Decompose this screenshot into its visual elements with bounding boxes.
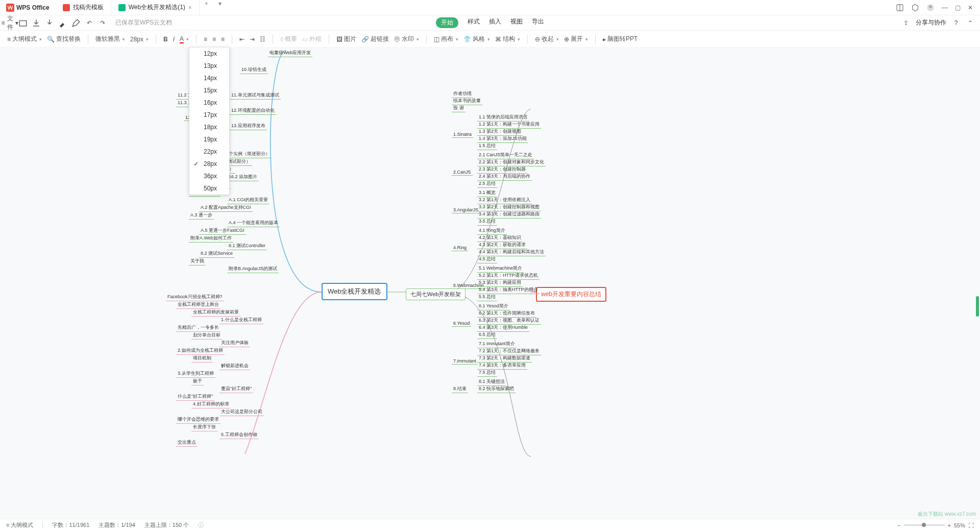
ribbon-insert[interactable]: 插入 bbox=[489, 17, 501, 28]
tab-document[interactable]: Web全栈开发精选(1) × bbox=[111, 0, 200, 15]
image-button[interactable]: 🖼 图片 bbox=[336, 35, 356, 43]
leaf-node[interactable]: 7.5 总结 bbox=[477, 369, 497, 377]
hyperlink-button[interactable]: 🔗 超链接 bbox=[361, 35, 389, 43]
ribbon-view[interactable]: 视图 bbox=[510, 17, 523, 28]
minimize-button[interactable]: — bbox=[942, 4, 948, 11]
outline-mode-button[interactable]: ≡ 大纲模式 bbox=[7, 35, 42, 43]
help-icon[interactable]: ? bbox=[951, 18, 961, 28]
font-size-option[interactable]: 17px bbox=[189, 109, 229, 121]
italic-button[interactable]: I bbox=[173, 36, 175, 43]
scrollbar-thumb[interactable] bbox=[976, 296, 979, 317]
find-replace-button[interactable]: 🔍查找替换 bbox=[47, 35, 81, 43]
leaf-node[interactable]: 3.从学生到工程师 bbox=[176, 370, 215, 378]
leaf-node[interactable]: A.1 CGI的相关背景 bbox=[227, 196, 270, 204]
tab-menu-button[interactable]: ▾ bbox=[213, 0, 227, 15]
leaf-node[interactable]: 8.1 测试Controller bbox=[227, 242, 267, 250]
leaf-node[interactable]: 致 谢 bbox=[452, 104, 465, 112]
pen-icon[interactable] bbox=[71, 18, 81, 28]
group-node[interactable]: 4.Ring bbox=[452, 245, 468, 251]
leaf-node[interactable]: 12.环境配置的自动化 bbox=[230, 107, 276, 115]
font-size-option[interactable]: 50px bbox=[189, 182, 229, 195]
font-size-option[interactable]: 16px bbox=[189, 96, 229, 109]
group-node[interactable]: 6.Yesod bbox=[452, 320, 471, 327]
leaf-node[interactable]: 解锁新进机会 bbox=[219, 362, 250, 370]
chevron-up-icon[interactable]: ⌃ bbox=[966, 18, 975, 28]
leaf-node[interactable]: A.4 一个能查看用的版本 bbox=[227, 219, 280, 227]
leaf-node[interactable]: 全栈工程师登上舞台 bbox=[176, 301, 220, 309]
open-icon[interactable] bbox=[18, 18, 28, 28]
leaf-node[interactable]: 哪个开会思维的要求 bbox=[176, 416, 220, 424]
leaf-node[interactable]: 5.5 总结 bbox=[477, 293, 497, 301]
group-node[interactable]: 3.AngularJS bbox=[452, 207, 480, 213]
download-icon[interactable] bbox=[32, 18, 41, 28]
leaf-node[interactable]: 10.珍惜生成 bbox=[240, 66, 268, 74]
font-family-select[interactable]: 微软雅黑 bbox=[95, 35, 125, 43]
group-node[interactable]: 7.Immutant bbox=[452, 358, 478, 365]
leaf-node[interactable]: 5.工程师会创作做 bbox=[219, 431, 259, 439]
font-size-option[interactable]: 19px bbox=[189, 133, 229, 146]
group-node[interactable]: 1.Sinatra bbox=[452, 131, 473, 138]
font-color-button[interactable]: A bbox=[180, 35, 189, 43]
leaf-node[interactable]: 先精后广，一专多长 bbox=[176, 324, 220, 332]
indent-out-icon[interactable]: ⇤ bbox=[239, 36, 244, 43]
leaf-node[interactable]: 8.2 快乐地探索吧 bbox=[477, 385, 516, 393]
leaf-node[interactable]: 项目机制 bbox=[191, 354, 213, 363]
brush-icon[interactable] bbox=[58, 18, 67, 28]
leaf-node[interactable]: 关于我 bbox=[189, 257, 206, 266]
ribbon-start[interactable]: 开始 bbox=[436, 17, 458, 28]
mind-to-ppt-button[interactable]: ▸ 脑图转PPT bbox=[603, 35, 638, 43]
group-node[interactable]: 8.结束 bbox=[452, 385, 468, 393]
tab-template[interactable]: 找稿壳模板 bbox=[56, 0, 111, 15]
leaf-node[interactable]: 划分单台目标 bbox=[191, 331, 222, 340]
frame-button[interactable]: ▭ 外框 bbox=[302, 35, 322, 43]
close-button[interactable]: ✕ bbox=[968, 4, 973, 11]
watermark-button[interactable]: ㊞ 水印 bbox=[394, 35, 419, 43]
leaf-node[interactable]: 长度序下张 bbox=[191, 423, 217, 431]
font-size-option[interactable]: 36px bbox=[189, 170, 229, 182]
indent-in-icon[interactable]: ⇥ bbox=[250, 36, 255, 43]
list-icon[interactable]: ☷ bbox=[260, 36, 265, 43]
close-tab-icon[interactable]: × bbox=[188, 4, 192, 11]
leaf-node[interactable]: 关注用户体验 bbox=[219, 339, 250, 347]
leaf-node[interactable]: Facebook只招全栈工程师? bbox=[166, 293, 224, 301]
leaf-node[interactable]: 11.单元测试与集成测试 bbox=[230, 91, 281, 100]
summary-button[interactable]: ◊ 概要 bbox=[280, 35, 297, 43]
font-size-option[interactable]: 22px bbox=[189, 146, 229, 158]
leaf-node[interactable]: 重温"好工程师" bbox=[219, 385, 253, 393]
leaf-node[interactable]: 2.如何成为全栈工程师 bbox=[176, 347, 225, 355]
leaf-node[interactable]: 大公司这是部分公司 bbox=[219, 408, 264, 416]
ribbon-export[interactable]: 导出 bbox=[532, 17, 544, 28]
leaf-node[interactable]: 什么是"好工程师" bbox=[176, 393, 214, 401]
leaf-node[interactable]: 1.5 总结 bbox=[477, 142, 497, 150]
font-size-option[interactable]: 15px bbox=[189, 84, 229, 96]
leaf-node[interactable]: 个实例（简述部分） bbox=[227, 150, 272, 158]
redo-icon[interactable]: ↷ bbox=[98, 18, 107, 28]
ribbon-style[interactable]: 样式 bbox=[468, 17, 480, 28]
leaf-node[interactable]: 8.2 测试Service bbox=[199, 250, 234, 258]
leaf-node[interactable]: 电量级Web应用开发 bbox=[268, 49, 312, 57]
align-right-icon[interactable]: ≡ bbox=[221, 36, 225, 43]
structure-button[interactable]: ⌘ 结构 bbox=[495, 35, 520, 43]
share-label[interactable]: 分享与协作 bbox=[916, 18, 946, 27]
user-avatar-icon[interactable] bbox=[926, 4, 935, 12]
share-icon[interactable]: ⇪ bbox=[901, 18, 911, 28]
maximize-button[interactable]: ▢ bbox=[955, 4, 961, 11]
leaf-node[interactable]: 全栈工程师的发展前景 bbox=[191, 308, 240, 317]
leaf-node[interactable]: 2.5 总结 bbox=[477, 180, 497, 188]
leaf-node[interactable]: 6.5 总结 bbox=[477, 331, 497, 339]
font-size-option[interactable]: 28px bbox=[189, 158, 229, 170]
cube-icon[interactable] bbox=[911, 4, 919, 12]
panel-icon[interactable] bbox=[896, 4, 904, 12]
export-icon[interactable] bbox=[45, 18, 54, 28]
group-node[interactable]: 2.CanJS bbox=[452, 169, 473, 176]
red-summary-node[interactable]: web开发重要内容总结 bbox=[536, 287, 606, 302]
font-size-option[interactable]: 13px bbox=[189, 60, 229, 72]
leaf-node[interactable]: 附录B.AngularJS的测试 bbox=[227, 265, 279, 273]
align-center-icon[interactable]: ≡ bbox=[212, 36, 216, 43]
add-tab-button[interactable]: + bbox=[200, 0, 213, 15]
leaf-node[interactable]: A.5 更逐一步FastCGI bbox=[199, 227, 246, 235]
leaf-node[interactable]: A.3 逐一步 bbox=[189, 211, 214, 220]
theme-button[interactable]: 👕 风格 bbox=[463, 35, 490, 43]
leaf-node[interactable]: 4.5 总结 bbox=[477, 255, 497, 263]
font-size-option[interactable]: 14px bbox=[189, 72, 229, 84]
